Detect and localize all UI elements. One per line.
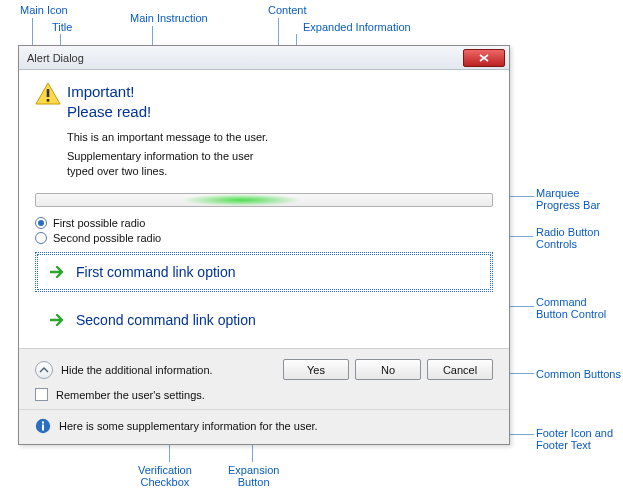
chevron-up-icon (39, 367, 49, 373)
verification-checkbox[interactable] (35, 388, 48, 401)
alert-dialog: Alert Dialog Important! Please read! Thi… (18, 45, 510, 445)
button-label: Cancel (443, 364, 477, 376)
callout-radio-controls: Radio Button Controls (536, 226, 600, 250)
titlebar[interactable]: Alert Dialog (19, 46, 509, 70)
command-link-1[interactable]: First command link option (35, 252, 493, 292)
verification-label: Remember the user's settings. (56, 389, 205, 401)
callout-title: Title (52, 21, 72, 33)
leader-line (508, 373, 534, 374)
footer-text: Here is some supplementary information f… (59, 420, 318, 432)
command-link-label: First command link option (76, 264, 236, 280)
radio-option-2[interactable]: Second possible radio (35, 232, 493, 244)
main-instruction-line1: Important! (67, 82, 151, 102)
close-icon (479, 54, 489, 62)
main-instruction: Important! Please read! (67, 82, 151, 122)
callout-footer: Footer Icon and Footer Text (536, 427, 613, 451)
yes-button[interactable]: Yes (283, 359, 349, 380)
arrow-right-icon (48, 311, 66, 329)
content-area: Important! Please read! This is an impor… (19, 70, 509, 348)
close-button[interactable] (463, 49, 505, 67)
radio-icon (35, 232, 47, 244)
radio-icon (35, 217, 47, 229)
marquee-progress-bar (35, 193, 493, 207)
callout-expansion: Expansion Button (228, 464, 279, 488)
radio-option-1[interactable]: First possible radio (35, 217, 493, 229)
svg-rect-0 (47, 89, 50, 97)
main-instruction-line2: Please read! (67, 102, 151, 122)
command-link-2[interactable]: Second command link option (35, 300, 493, 340)
svg-rect-4 (42, 422, 44, 424)
expanded-info-line2: typed over two lines. (67, 164, 493, 179)
button-row: Yes No Cancel (277, 359, 493, 380)
button-label: Yes (307, 364, 325, 376)
content-text: This is an important message to the user… (67, 130, 493, 145)
button-label: No (381, 364, 395, 376)
radio-label: First possible radio (53, 217, 145, 229)
command-link-label: Second command link option (76, 312, 256, 328)
info-icon (35, 418, 51, 434)
callout-expanded-info: Expanded Information (303, 21, 411, 33)
no-button[interactable]: No (355, 359, 421, 380)
warning-icon (35, 82, 67, 122)
expanded-info-line1: Supplementary information to the user (67, 149, 493, 164)
callout-common-buttons: Common Buttons (536, 368, 621, 380)
window-title: Alert Dialog (27, 52, 84, 64)
callout-content: Content (268, 4, 307, 16)
radio-label: Second possible radio (53, 232, 161, 244)
cancel-button[interactable]: Cancel (427, 359, 493, 380)
expand-collapse-button[interactable] (35, 361, 53, 379)
callout-command-button: Command Button Control (536, 296, 606, 320)
svg-rect-3 (42, 425, 44, 431)
expand-label: Hide the additional information. (61, 364, 213, 376)
callout-main-instruction: Main Instruction (130, 12, 208, 24)
separator (19, 409, 509, 410)
callout-marquee: Marquee Progress Bar (536, 187, 600, 211)
arrow-right-icon (48, 263, 66, 281)
callout-main-icon: Main Icon (20, 4, 68, 16)
dialog-footer: Hide the additional information. Yes No … (19, 348, 509, 444)
callout-verification: Verification Checkbox (138, 464, 192, 488)
svg-rect-1 (47, 99, 50, 102)
